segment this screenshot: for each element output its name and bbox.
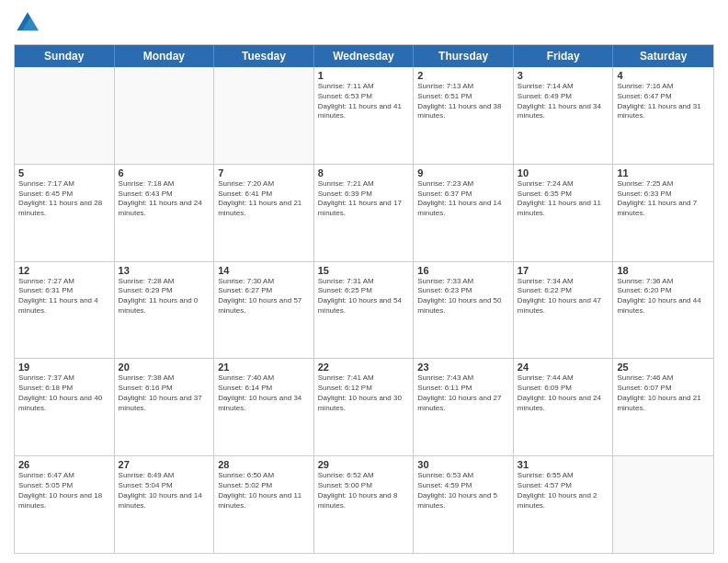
table-row [613, 456, 713, 553]
header-day-wednesday: Wednesday [314, 45, 415, 67]
day-number: 19 [18, 362, 110, 373]
calendar: SundayMondayTuesdayWednesdayThursdayFrid… [14, 44, 714, 554]
cell-info: Sunrise: 7:20 AM Sunset: 6:41 PM Dayligh… [218, 179, 310, 219]
cell-info: Sunrise: 7:25 AM Sunset: 6:33 PM Dayligh… [617, 179, 710, 219]
table-row: 27Sunrise: 6:49 AM Sunset: 5:04 PM Dayli… [115, 456, 215, 553]
day-number: 8 [318, 167, 410, 178]
day-number: 18 [617, 265, 710, 276]
table-row: 6Sunrise: 7:18 AM Sunset: 6:43 PM Daylig… [115, 165, 215, 261]
day-number: 14 [218, 265, 310, 276]
cell-info: Sunrise: 7:21 AM Sunset: 6:39 PM Dayligh… [318, 179, 410, 219]
table-row: 15Sunrise: 7:31 AM Sunset: 6:25 PM Dayli… [314, 262, 415, 359]
day-number: 25 [617, 362, 710, 373]
table-row: 18Sunrise: 7:36 AM Sunset: 6:20 PM Dayli… [613, 262, 713, 359]
day-number: 17 [518, 265, 609, 276]
day-number: 24 [518, 362, 609, 373]
cell-info: Sunrise: 7:40 AM Sunset: 6:14 PM Dayligh… [218, 373, 310, 413]
cell-info: Sunrise: 7:43 AM Sunset: 6:11 PM Dayligh… [417, 373, 509, 413]
day-number: 12 [18, 265, 110, 276]
table-row: 8Sunrise: 7:21 AM Sunset: 6:39 PM Daylig… [314, 165, 415, 261]
cell-info: Sunrise: 7:17 AM Sunset: 6:45 PM Dayligh… [18, 179, 110, 219]
cell-info: Sunrise: 7:28 AM Sunset: 6:29 PM Dayligh… [119, 277, 210, 316]
table-row: 11Sunrise: 7:25 AM Sunset: 6:33 PM Dayli… [613, 165, 713, 261]
header-day-friday: Friday [514, 45, 614, 67]
table-row [15, 67, 115, 164]
day-number: 4 [617, 70, 710, 81]
table-row: 14Sunrise: 7:30 AM Sunset: 6:27 PM Dayli… [214, 262, 314, 359]
cell-info: Sunrise: 7:38 AM Sunset: 6:16 PM Dayligh… [119, 373, 210, 413]
day-number: 22 [318, 362, 410, 373]
day-number: 30 [417, 459, 509, 470]
day-number: 3 [518, 70, 609, 81]
cell-info: Sunrise: 7:31 AM Sunset: 6:25 PM Dayligh… [318, 277, 410, 316]
cell-info: Sunrise: 7:30 AM Sunset: 6:27 PM Dayligh… [218, 277, 310, 316]
cell-info: Sunrise: 7:14 AM Sunset: 6:49 PM Dayligh… [518, 82, 609, 121]
cell-info: Sunrise: 7:44 AM Sunset: 6:09 PM Dayligh… [518, 373, 609, 413]
week-row-5: 26Sunrise: 6:47 AM Sunset: 5:05 PM Dayli… [15, 456, 713, 553]
table-row: 17Sunrise: 7:34 AM Sunset: 6:22 PM Dayli… [514, 262, 614, 359]
table-row: 1Sunrise: 7:11 AM Sunset: 6:53 PM Daylig… [314, 67, 415, 164]
day-number: 15 [318, 265, 410, 276]
day-number: 26 [18, 459, 110, 470]
week-row-4: 19Sunrise: 7:37 AM Sunset: 6:18 PM Dayli… [15, 359, 713, 456]
table-row: 28Sunrise: 6:50 AM Sunset: 5:02 PM Dayli… [214, 456, 314, 553]
cell-info: Sunrise: 6:49 AM Sunset: 5:04 PM Dayligh… [119, 471, 210, 511]
day-number: 21 [218, 362, 310, 373]
table-row: 29Sunrise: 6:52 AM Sunset: 5:00 PM Dayli… [314, 456, 415, 553]
header-day-thursday: Thursday [414, 45, 514, 67]
week-row-2: 5Sunrise: 7:17 AM Sunset: 6:45 PM Daylig… [15, 165, 713, 262]
cell-info: Sunrise: 7:33 AM Sunset: 6:23 PM Dayligh… [417, 277, 509, 316]
day-number: 5 [18, 167, 110, 178]
calendar-body: 1Sunrise: 7:11 AM Sunset: 6:53 PM Daylig… [15, 67, 713, 553]
cell-info: Sunrise: 7:16 AM Sunset: 6:47 PM Dayligh… [617, 82, 710, 121]
week-row-1: 1Sunrise: 7:11 AM Sunset: 6:53 PM Daylig… [15, 67, 713, 165]
day-number: 9 [417, 167, 509, 178]
cell-info: Sunrise: 6:55 AM Sunset: 4:57 PM Dayligh… [518, 471, 609, 511]
cell-info: Sunrise: 7:27 AM Sunset: 6:31 PM Dayligh… [18, 277, 110, 316]
logo-icon [14, 9, 41, 37]
cell-info: Sunrise: 6:50 AM Sunset: 5:02 PM Dayligh… [218, 471, 310, 511]
table-row: 31Sunrise: 6:55 AM Sunset: 4:57 PM Dayli… [514, 456, 614, 553]
cell-info: Sunrise: 7:13 AM Sunset: 6:51 PM Dayligh… [417, 82, 509, 121]
day-number: 20 [119, 362, 210, 373]
day-number: 10 [518, 167, 609, 178]
day-number: 31 [518, 459, 609, 470]
table-row: 24Sunrise: 7:44 AM Sunset: 6:09 PM Dayli… [514, 359, 614, 455]
cell-info: Sunrise: 6:47 AM Sunset: 5:05 PM Dayligh… [18, 471, 110, 511]
day-number: 11 [617, 167, 710, 178]
day-number: 1 [318, 70, 410, 81]
cell-info: Sunrise: 7:24 AM Sunset: 6:35 PM Dayligh… [518, 179, 609, 219]
cell-info: Sunrise: 6:52 AM Sunset: 5:00 PM Dayligh… [318, 471, 410, 511]
header-day-tuesday: Tuesday [214, 45, 314, 67]
header [14, 9, 714, 37]
table-row: 20Sunrise: 7:38 AM Sunset: 6:16 PM Dayli… [115, 359, 215, 455]
header-day-sunday: Sunday [15, 45, 115, 67]
table-row: 26Sunrise: 6:47 AM Sunset: 5:05 PM Dayli… [15, 456, 115, 553]
header-day-monday: Monday [115, 45, 215, 67]
day-number: 28 [218, 459, 310, 470]
table-row: 25Sunrise: 7:46 AM Sunset: 6:07 PM Dayli… [613, 359, 713, 455]
cell-info: Sunrise: 7:11 AM Sunset: 6:53 PM Dayligh… [318, 82, 410, 121]
table-row: 7Sunrise: 7:20 AM Sunset: 6:41 PM Daylig… [214, 165, 314, 261]
day-number: 13 [119, 265, 210, 276]
day-number: 23 [417, 362, 509, 373]
table-row: 19Sunrise: 7:37 AM Sunset: 6:18 PM Dayli… [15, 359, 115, 455]
table-row: 30Sunrise: 6:53 AM Sunset: 4:59 PM Dayli… [414, 456, 514, 553]
cell-info: Sunrise: 7:37 AM Sunset: 6:18 PM Dayligh… [18, 373, 110, 413]
table-row: 21Sunrise: 7:40 AM Sunset: 6:14 PM Dayli… [214, 359, 314, 455]
cell-info: Sunrise: 7:46 AM Sunset: 6:07 PM Dayligh… [617, 373, 710, 413]
table-row: 9Sunrise: 7:23 AM Sunset: 6:37 PM Daylig… [414, 165, 514, 261]
page: SundayMondayTuesdayWednesdayThursdayFrid… [0, 0, 728, 563]
calendar-header: SundayMondayTuesdayWednesdayThursdayFrid… [15, 45, 713, 67]
day-number: 6 [119, 167, 210, 178]
table-row: 22Sunrise: 7:41 AM Sunset: 6:12 PM Dayli… [314, 359, 415, 455]
week-row-3: 12Sunrise: 7:27 AM Sunset: 6:31 PM Dayli… [15, 262, 713, 360]
cell-info: Sunrise: 7:34 AM Sunset: 6:22 PM Dayligh… [518, 277, 609, 316]
table-row: 23Sunrise: 7:43 AM Sunset: 6:11 PM Dayli… [414, 359, 514, 455]
cell-info: Sunrise: 7:36 AM Sunset: 6:20 PM Dayligh… [617, 277, 710, 316]
table-row: 2Sunrise: 7:13 AM Sunset: 6:51 PM Daylig… [414, 67, 514, 164]
day-number: 7 [218, 167, 310, 178]
cell-info: Sunrise: 7:23 AM Sunset: 6:37 PM Dayligh… [417, 179, 509, 219]
table-row: 3Sunrise: 7:14 AM Sunset: 6:49 PM Daylig… [514, 67, 614, 164]
day-number: 29 [318, 459, 410, 470]
